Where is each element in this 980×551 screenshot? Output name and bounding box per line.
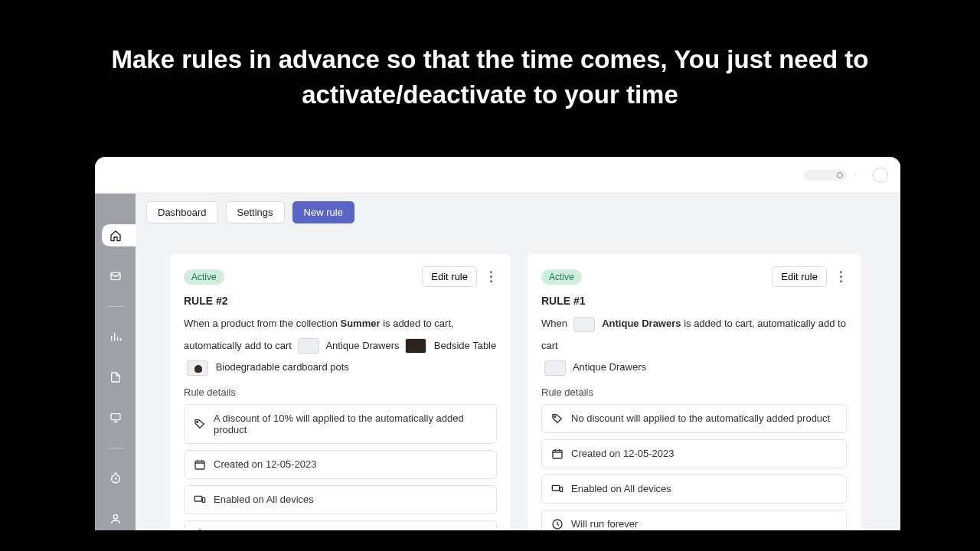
svg-rect-11: [552, 485, 559, 491]
sidebar-item-files[interactable]: [102, 366, 129, 388]
hero: Make rules in advance so that the time c…: [0, 0, 980, 135]
calendar-icon: [194, 458, 206, 471]
search-input[interactable]: [804, 170, 847, 181]
hero-line2: activate/deactivate to your time: [302, 80, 678, 109]
rule-card: Active Edit rule RULE #2 When a product …: [170, 254, 511, 530]
svg-point-3: [113, 515, 117, 519]
main-panel: Dashboard Settings New rule Active Edit …: [136, 194, 900, 530]
detail-runs: Will run forever: [541, 510, 847, 530]
svg-point-9: [554, 416, 556, 417]
tab-new-rule[interactable]: New rule: [292, 201, 354, 223]
product-thumb: [544, 360, 566, 376]
more-menu-button[interactable]: [835, 268, 847, 286]
topbar-helper: [864, 172, 865, 178]
status-badge: Active: [541, 269, 582, 285]
svg-rect-7: [202, 497, 204, 502]
tag-icon: [551, 412, 564, 425]
sidebar-item-profile[interactable]: [102, 508, 129, 530]
detail-discount: A discount of 10% will applied to the au…: [184, 404, 497, 444]
tab-dashboard[interactable]: Dashboard: [146, 201, 218, 223]
detail-devices: Enabled on All devices: [541, 474, 847, 504]
tab-settings[interactable]: Settings: [226, 201, 285, 223]
product-name: Biodegradable cardboard pots: [216, 361, 349, 373]
product-name: Antique Drawers: [325, 340, 399, 351]
detail-created: Created on 12-05-2023: [184, 450, 497, 479]
product-thumb: [298, 338, 319, 354]
tag-icon: [194, 418, 206, 430]
top-bar: ·: [95, 157, 900, 194]
hero-heading: Make rules in advance so that the time c…: [92, 42, 888, 112]
sidebar-item-timer[interactable]: [102, 467, 129, 489]
hero-line1: Make rules in advance so that the time c…: [111, 45, 868, 73]
detail-runs: Will run forever: [184, 520, 497, 530]
devices-icon: [194, 494, 206, 506]
svg-rect-5: [195, 461, 204, 469]
sidebar-item-home[interactable]: [102, 224, 136, 246]
rule-title: RULE #1: [541, 295, 847, 307]
svg-rect-10: [553, 450, 562, 458]
svg-point-4: [197, 421, 198, 422]
rule-details-label: Rule details: [184, 386, 497, 398]
rule-title: RULE #2: [184, 295, 497, 307]
user-icon: [109, 513, 122, 525]
app-window: ·: [95, 157, 900, 530]
topbar-dot: ·: [854, 172, 856, 178]
product-name: Antique Drawers: [573, 361, 646, 373]
rule-description: When Antique Drawers is added to cart, a…: [541, 313, 847, 379]
trigger-product: Antique Drawers: [602, 318, 681, 329]
avatar[interactable]: [873, 168, 888, 183]
monitor-icon: [109, 412, 122, 424]
sidebar-item-display[interactable]: [102, 407, 129, 429]
svg-rect-6: [194, 496, 201, 501]
edit-rule-button[interactable]: Edit rule: [772, 266, 827, 287]
rule-cards: Active Edit rule RULE #2 When a product …: [136, 231, 900, 530]
sidebar: [95, 194, 136, 530]
more-menu-button[interactable]: [485, 268, 497, 286]
detail-devices: Enabled on All devices: [184, 485, 497, 514]
product-name: Bedside Table: [434, 340, 496, 351]
sidebar-item-inbox[interactable]: [102, 265, 129, 287]
collection-name: Summer: [341, 318, 381, 329]
home-icon: [109, 230, 122, 242]
timer-icon: [109, 472, 122, 484]
product-thumb: [187, 360, 208, 376]
clock-icon: [194, 529, 206, 530]
tabs: Dashboard Settings New rule: [136, 194, 900, 231]
sidebar-separator-2: [107, 448, 124, 448]
rule-description: When a product from the collection Summe…: [184, 313, 497, 379]
detail-created: Created on 12-05-2023: [541, 439, 847, 468]
sidebar-separator: [107, 306, 124, 307]
rule-details-label: Rule details: [541, 386, 847, 398]
mail-icon: [109, 270, 122, 282]
svg-rect-1: [111, 414, 120, 420]
devices-icon: [551, 483, 564, 495]
chart-icon: [109, 331, 122, 343]
detail-discount: No discount will applied to the automati…: [541, 404, 847, 433]
clock-icon: [551, 518, 564, 530]
status-badge: Active: [184, 269, 224, 285]
svg-rect-12: [560, 487, 562, 491]
file-icon: [109, 371, 122, 383]
rule-card: Active Edit rule RULE #1 When Antique Dr…: [528, 254, 861, 530]
calendar-icon: [551, 448, 564, 460]
product-thumb: [573, 317, 595, 332]
edit-rule-button[interactable]: Edit rule: [422, 266, 477, 287]
product-thumb: [405, 338, 426, 354]
sidebar-item-analytics[interactable]: [102, 325, 129, 347]
